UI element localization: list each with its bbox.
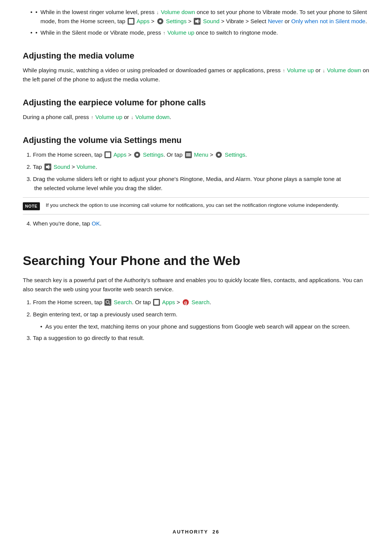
svg-rect-19 (107, 154, 109, 156)
search-step-1: 1. From the Home screen, tap Search. Or … (27, 298, 369, 307)
volume-up-link-1[interactable]: Volume up (168, 29, 194, 36)
sound-link-2[interactable]: Sound (54, 164, 70, 170)
svg-point-25 (136, 154, 138, 156)
vol-down-icon-1: ↓ (156, 9, 159, 17)
menu-icon (185, 151, 192, 158)
page-content: • While in the lowest ringer volume leve… (0, 0, 392, 543)
settings-icon-1 (157, 18, 164, 25)
search-link-1[interactable]: Search (114, 299, 132, 305)
svg-rect-6 (132, 21, 133, 22)
svg-rect-34 (104, 299, 111, 306)
svg-rect-17 (109, 152, 110, 154)
never-link[interactable]: Never (268, 18, 283, 24)
volume-up-link-3[interactable]: Volume up (95, 114, 122, 120)
svg-rect-40 (157, 300, 159, 302)
svg-rect-9 (132, 22, 133, 24)
settings-link-2[interactable]: Settings (143, 151, 163, 158)
footer-brand: AUTHORITY (172, 529, 208, 535)
settings-icon-3 (215, 151, 222, 158)
svg-text:g: g (184, 300, 187, 305)
svg-point-11 (159, 20, 161, 22)
svg-rect-23 (109, 156, 110, 157)
search-step-2-sub: As you enter the text, matching items on… (40, 322, 369, 331)
apps-icon-3 (153, 299, 160, 306)
svg-rect-2 (130, 19, 132, 21)
search-step-2: 2. Begin entering text, or tap a previou… (27, 310, 369, 319)
footer: AUTHORITY 26 (0, 528, 392, 536)
svg-rect-18 (106, 154, 107, 156)
svg-rect-22 (107, 156, 109, 157)
svg-rect-41 (154, 302, 156, 303)
earpiece-volume-heading: Adjusting the earpiece volume for phone … (23, 96, 369, 109)
volume-down-link-3[interactable]: Volume down (135, 114, 169, 120)
settings-step-2: 2. Tap Sound > Volume. (27, 162, 369, 171)
vol-up-icon-2: ↑ (283, 67, 285, 75)
settings-steps-list: 1. From the Home screen, tap Apps > Sett… (27, 150, 369, 193)
svg-rect-3 (132, 19, 133, 21)
svg-rect-8 (130, 22, 132, 24)
sound-icon-2 (44, 164, 51, 170)
footer-page-number: 26 (212, 529, 219, 535)
svg-rect-21 (106, 156, 107, 157)
searching-steps-list: 1. From the Home screen, tap Search. Or … (27, 298, 369, 343)
volume-down-link-2[interactable]: Volume down (327, 67, 361, 73)
svg-point-31 (218, 154, 220, 156)
svg-rect-39 (156, 300, 157, 302)
svg-rect-43 (157, 302, 159, 303)
note-box: NOTE If you uncheck the option to use in… (23, 197, 369, 214)
volume-up-link-2[interactable]: Volume up (287, 67, 314, 73)
svg-rect-45 (156, 303, 157, 305)
svg-rect-46 (157, 303, 159, 305)
settings-link-3[interactable]: Settings (225, 151, 245, 158)
settings-step-3: 3. Drag the volume sliders left or right… (27, 175, 369, 193)
searching-heading: Searching Your Phone and the Web (23, 251, 369, 270)
earpiece-volume-text: During a phone call, press ↑ Volume up o… (23, 113, 369, 122)
bullet-item-2: • While in the Silent mode or Vibrate mo… (30, 28, 369, 37)
svg-rect-4 (129, 21, 130, 22)
note-badge: NOTE (23, 202, 40, 210)
svg-rect-16 (107, 152, 109, 154)
svg-rect-44 (154, 303, 156, 305)
settings-icon-2 (134, 151, 141, 158)
vol-up-icon-3: ↑ (91, 114, 93, 122)
only-when-not-in-silent-link[interactable]: Only when not in Silent mode (291, 18, 365, 24)
settings-step-1: 1. From the Home screen, tap Apps > Sett… (27, 150, 369, 159)
svg-rect-38 (154, 300, 156, 302)
searching-intro: The search key is a powerful part of the… (23, 276, 369, 294)
volume-link[interactable]: Volume (76, 164, 95, 170)
search-link-2[interactable]: Search (191, 299, 210, 305)
svg-rect-28 (186, 154, 191, 155)
svg-rect-27 (186, 153, 191, 154)
svg-rect-42 (156, 302, 157, 303)
apps-link-2[interactable]: Apps (114, 151, 126, 158)
search-google-icon: g (182, 299, 189, 306)
search-icon-1 (104, 299, 111, 306)
svg-rect-5 (130, 21, 132, 22)
note-text: If you uncheck the option to use incomin… (46, 202, 339, 210)
apps-icon-1 (128, 18, 134, 25)
apps-icon-2 (104, 151, 111, 158)
menu-link[interactable]: Menu (194, 151, 209, 158)
vol-down-icon-3: ↓ (131, 114, 134, 122)
settings-menu-heading: Adjusting the volume via Settings menu (23, 134, 369, 146)
settings-step-4: 4. When you're done, tap OK. (27, 219, 369, 228)
settings-link-1[interactable]: Settings (166, 18, 187, 24)
search-step-3: 3. Tap a suggestion to go directly to th… (27, 333, 369, 343)
apps-link-1[interactable]: Apps (136, 18, 149, 24)
svg-rect-20 (109, 154, 110, 156)
volume-down-link-1[interactable]: Volume down (161, 9, 195, 15)
sound-icon-1 (194, 18, 201, 25)
apps-link-3[interactable]: Apps (162, 299, 175, 305)
media-volume-heading: Adjusting the media volume (23, 49, 369, 62)
media-volume-text: While playing music, watching a video or… (23, 66, 369, 84)
svg-rect-1 (129, 19, 130, 21)
svg-rect-15 (106, 152, 107, 154)
svg-rect-7 (129, 22, 130, 24)
bullet-item-1: • While in the lowest ringer volume leve… (30, 8, 369, 26)
svg-rect-29 (186, 156, 191, 156)
vol-down-icon-2: ↓ (322, 67, 325, 75)
ok-link[interactable]: OK (92, 220, 100, 227)
top-bullets: • While in the lowest ringer volume leve… (23, 8, 369, 37)
sound-link-1[interactable]: Sound (203, 18, 219, 24)
vol-up-icon-1: ↑ (163, 29, 166, 37)
